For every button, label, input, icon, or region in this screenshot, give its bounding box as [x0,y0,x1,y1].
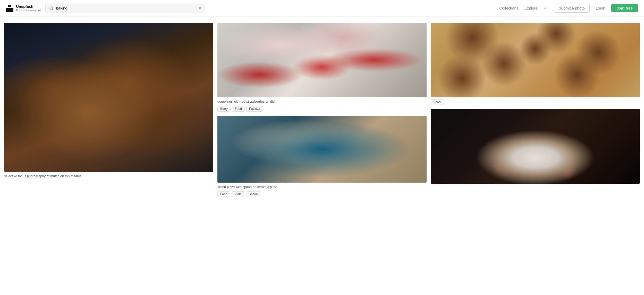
photo-tags-cookies: Food [431,99,640,105]
photo-card-cake[interactable] [431,109,640,184]
photo-caption-muffin: selective focus photography of muffin on… [4,174,213,178]
photo-image-dumplings [217,23,427,97]
svg-rect-1 [6,8,13,12]
login-button[interactable]: Login [596,6,605,10]
tag-plate[interactable]: Plate [232,191,244,197]
tag-food-pizza[interactable]: Food [217,191,230,197]
photo-image-cookies [431,23,640,97]
join-free-button[interactable]: Join free [611,4,638,12]
nav-collections[interactable]: Collections [499,6,518,10]
photo-caption-dumplings: dumplings with red strawberries on dish [217,99,427,104]
logo-name: Unsplash [16,4,41,9]
search-icon [49,6,53,10]
tag-pavlova[interactable]: Pavlova [246,106,263,112]
header: Unsplash Photos for everyone × Collectio… [0,0,644,16]
logo[interactable]: Unsplash Photos for everyone [6,4,41,12]
tag-food-dumplings[interactable]: Food [232,106,245,112]
svg-point-2 [50,7,53,10]
photo-image-muffin [4,23,213,172]
svg-rect-0 [8,5,11,7]
tag-spoon[interactable]: Spoon [246,191,261,197]
submit-photo-button[interactable]: Submit a photo [554,4,590,13]
nav-more-button[interactable]: ··· [544,5,548,11]
search-bar: × [45,4,205,13]
svg-line-3 [52,9,53,10]
photo-image-pizza [217,116,427,183]
nav-explore[interactable]: Explore [524,6,538,10]
search-input[interactable] [56,6,196,10]
photo-caption-pizza: sliced pizza with spoon on ceramic plate [217,185,427,189]
photo-card-dumplings[interactable]: dumplings with red strawberries on dish … [217,23,427,112]
photo-card-muffin[interactable]: selective focus photography of muffin on… [4,23,213,178]
photo-card-cookies[interactable]: Food [431,23,640,105]
photo-tags-pizza: Food Plate Spoon [217,191,427,197]
logo-text: Unsplash Photos for everyone [16,4,41,12]
photo-card-pizza[interactable]: sliced pizza with spoon on ceramic plate… [217,116,427,197]
search-clear-button[interactable]: × [199,6,201,11]
tag-berry[interactable]: Berry [217,106,231,112]
nav-links: Collections Explore ··· Submit a photo L… [499,4,638,13]
unsplash-logo-icon [6,5,13,12]
logo-tagline: Photos for everyone [16,9,41,12]
tag-food-cookies[interactable]: Food [431,99,443,105]
photo-tags-dumplings: Berry Food Pavlova [217,106,427,112]
photo-grid: selective focus photography of muffin on… [0,16,644,197]
photo-image-cake [431,109,640,184]
